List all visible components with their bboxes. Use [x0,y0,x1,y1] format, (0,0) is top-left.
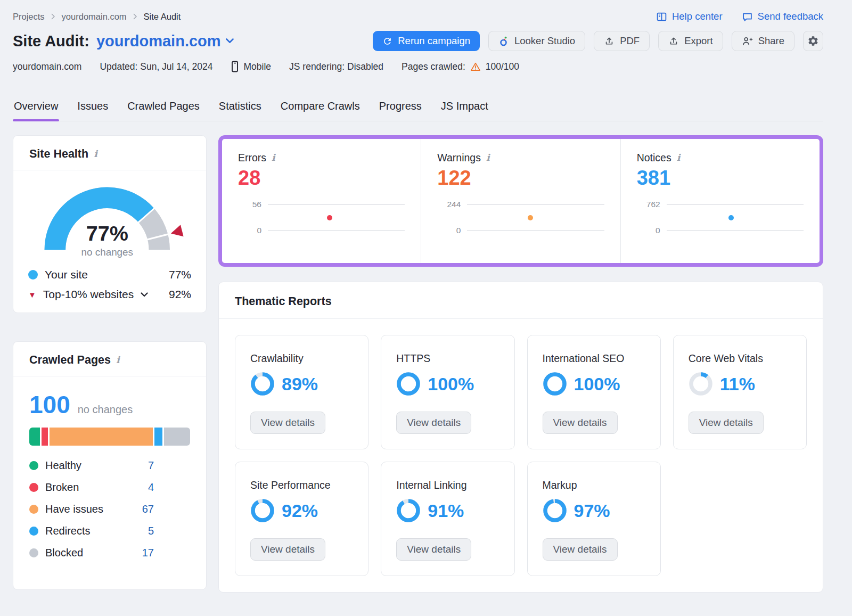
view-details-button[interactable]: View details [250,538,325,561]
warnings-trend-chart: 244 0 [437,204,604,231]
warnings-section: Warnings i 122 244 0 [421,139,620,263]
legend-row-healthy[interactable]: Healthy 7 [29,459,154,472]
notices-data-point [728,215,734,220]
tab-overview[interactable]: Overview [13,97,59,121]
tab-issues[interactable]: Issues [76,97,109,121]
thematic-score-row: 97% [543,498,610,523]
legend-row-blocked[interactable]: Blocked 17 [29,547,154,559]
help-center-link[interactable]: Help center [656,11,723,22]
view-details-button[interactable]: View details [689,412,764,434]
redirects-label: Redirects [45,525,90,537]
redirects-value[interactable]: 5 [148,525,154,537]
blocked-dot-icon [29,548,38,557]
share-button[interactable]: Share [732,31,794,51]
meta-pages-crawled: Pages crawled: 100/100 [402,61,519,72]
thematic-score-value: 100% [428,374,474,395]
looker-studio-button[interactable]: Looker Studio [488,31,585,51]
breadcrumb-projects[interactable]: Projects [13,12,45,22]
tab-statistics[interactable]: Statistics [218,97,263,121]
errors-data-point [327,215,332,220]
top-links: Help center Send feedback [656,11,823,22]
view-details-button[interactable]: View details [543,538,618,561]
tab-js-impact[interactable]: JS Impact [440,97,489,121]
tab-crawled-pages[interactable]: Crawled Pages [126,97,201,121]
crawled-pages-total[interactable]: 100 [29,390,70,419]
thematic-card-markup: Markup 97% View details [527,462,661,576]
meta-updated: Updated: Sun, Jul 14, 2024 [100,61,212,72]
send-feedback-label: Send feedback [758,11,823,22]
looker-studio-label: Looker Studio [514,35,575,47]
progress-ring-icon [689,372,713,396]
site-audit-page: Projects yourdomain.com Site Audit Help … [0,0,852,616]
meta-device: Mobile [231,61,271,72]
chevron-right-icon [133,13,137,20]
rerun-campaign-button[interactable]: Rerun campaign [373,31,480,51]
legend-row-redirects[interactable]: Redirects 5 [29,525,154,537]
errors-value[interactable]: 28 [238,167,405,190]
view-details-button[interactable]: View details [396,412,471,434]
gridline [667,230,804,231]
info-icon[interactable]: i [94,150,97,159]
settings-button[interactable] [803,31,823,51]
benchmark-row: ▼ Top-10% websites 92% [28,288,191,301]
project-selector[interactable]: yourdomain.com [96,32,234,50]
share-label: Share [758,35,784,47]
legend-row-broken[interactable]: Broken 4 [29,481,154,494]
view-details-button[interactable]: View details [543,412,618,434]
axis-max-label: 762 [646,200,660,209]
progress-ring-icon [543,498,567,523]
healthy-value[interactable]: 7 [148,459,154,472]
site-health-legend: Your site 77% ▼ Top-10% websites 92% [28,268,191,301]
notices-section: Notices i 381 762 0 [620,139,820,263]
broken-value[interactable]: 4 [148,481,154,494]
info-icon[interactable]: i [272,153,275,163]
notices-plot-area [667,204,804,231]
warnings-axis: 244 0 [437,204,461,231]
speech-bubble-icon [742,11,753,22]
pdf-button[interactable]: PDF [594,31,650,51]
info-icon[interactable]: i [486,153,490,163]
view-details-button[interactable]: View details [396,538,471,561]
progress-ring-icon [543,372,567,396]
blocked-label: Blocked [45,547,83,559]
export-button[interactable]: Export [658,31,723,51]
broken-dot-icon [29,483,38,492]
thematic-score-value: 100% [574,374,620,395]
errors-trend-chart: 56 0 [238,204,405,231]
rerun-campaign-label: Rerun campaign [398,35,470,47]
view-details-button[interactable]: View details [250,412,325,434]
warnings-value[interactable]: 122 [437,167,604,190]
thematic-card-title: Site Performance [250,479,331,491]
send-feedback-link[interactable]: Send feedback [742,11,823,22]
page-title: Site Audit: yourdomain.com [13,32,234,50]
breadcrumb-domain[interactable]: yourdomain.com [62,12,127,22]
legend-row-have-issues[interactable]: Have issues 67 [29,503,154,515]
benchmark-value: 92% [169,288,191,301]
tab-progress[interactable]: Progress [378,97,423,121]
benchmark-label[interactable]: Top-10% websites [43,288,134,301]
thematic-card-international-seo: International SEO 100% View details [527,335,661,449]
notices-value[interactable]: 381 [637,167,804,190]
upload-icon [604,36,615,46]
looker-studio-icon [498,35,509,47]
your-site-label: Your site [45,268,88,281]
blocked-value[interactable]: 17 [142,547,154,559]
tab-compare-crawls[interactable]: Compare Crawls [280,97,361,121]
info-icon[interactable]: i [116,356,120,365]
healthy-label: Healthy [45,459,81,472]
have-issues-value[interactable]: 67 [142,503,154,515]
errors-header: Errors i [238,152,405,164]
info-icon[interactable]: i [677,153,681,163]
thematic-reports-title: Thematic Reports [235,295,332,308]
warning-triangle-icon [470,61,481,72]
healthy-dot-icon [29,461,38,470]
notices-trend-chart: 762 0 [637,204,804,231]
thematic-score-value: 91% [428,500,464,521]
bar-segment-blocked [164,428,190,446]
chevron-down-icon[interactable] [141,292,148,297]
thematic-score-row: 91% [396,498,464,523]
bar-segment-healthy [29,428,40,446]
overview-content: Site Health i 77% no changes [13,135,823,593]
gridline [667,204,804,205]
warnings-label: Warnings [437,152,481,164]
